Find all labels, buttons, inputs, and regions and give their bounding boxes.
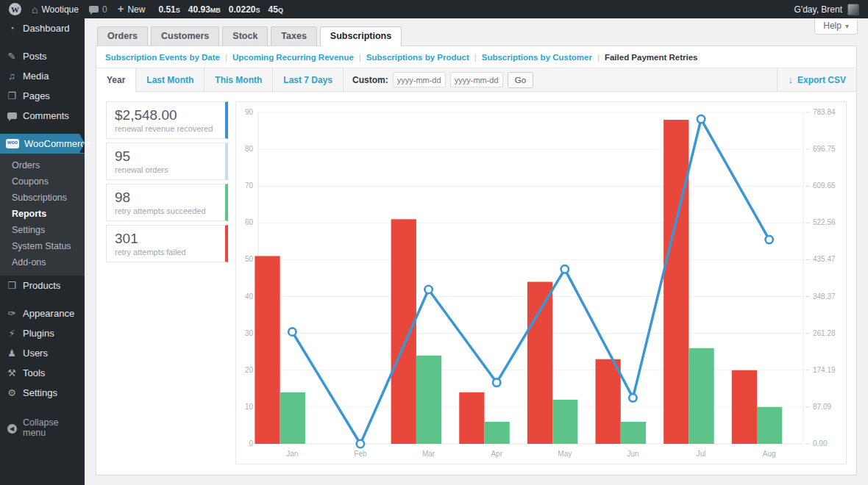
sidebar-item-plugins[interactable]: Plugins [0, 323, 85, 343]
link-subscription-events-by-date[interactable]: Subscription Events by Date [105, 53, 220, 62]
tab-orders[interactable]: Orders [97, 26, 148, 46]
submenu-item-settings[interactable]: Settings [0, 222, 85, 238]
admin-bar: W Wootique 0 New 0.51s 40.93MB 0.0220s 4… [0, 0, 868, 18]
bar-failed-Jan[interactable] [255, 256, 280, 444]
submenu-item-orders[interactable]: Orders [0, 157, 85, 173]
report-card: Subscription Events by Date | Upcoming R… [96, 46, 857, 475]
revenue-point-Jul[interactable] [697, 115, 705, 123]
dashboard-icon [6, 23, 18, 34]
products-icon [6, 280, 18, 291]
link-failed-payment-retries[interactable]: Failed Payment Retries [605, 53, 698, 62]
date-from-input[interactable] [393, 72, 446, 87]
right-axis-tick-label: 435.47 [813, 255, 836, 263]
x-axis-label: Jul [697, 450, 706, 458]
bar-failed-Jun[interactable] [595, 359, 620, 444]
x-axis-label: Mar [422, 450, 435, 458]
collapse-icon [6, 422, 18, 434]
collapse-menu-button[interactable]: Collapse menu [0, 413, 85, 442]
report-tabs: Orders Customers Stock Taxes Subscriptio… [96, 26, 857, 46]
help-chevron-icon [845, 21, 849, 31]
x-axis-label: Jun [627, 450, 638, 458]
submenu-item-reports[interactable]: Reports [0, 206, 85, 222]
pages-icon [6, 90, 18, 101]
link-separator: | [359, 53, 361, 62]
sidebar-item-appearance[interactable]: Appearance [0, 303, 85, 323]
go-button[interactable]: Go [508, 72, 533, 88]
x-axis-label: Feb [354, 450, 367, 458]
wordpress-logo-icon[interactable]: W [9, 3, 21, 15]
right-axis-tick-label: 696.75 [813, 145, 836, 153]
bar-succeeded-Jul[interactable] [689, 348, 714, 444]
revenue-point-Jan[interactable] [288, 328, 296, 335]
site-name-menu[interactable]: Wootique [32, 4, 79, 15]
bar-failed-Jul[interactable] [664, 120, 689, 444]
sidebar-item-tools[interactable]: Tools [0, 363, 85, 383]
range-last-7-days[interactable]: Last 7 Days [273, 68, 344, 91]
tab-customers[interactable]: Customers [151, 26, 219, 46]
revenue-point-Apr[interactable] [493, 378, 500, 386]
sidebar-item-users[interactable]: Users [0, 343, 85, 363]
bar-succeeded-Aug[interactable] [757, 407, 782, 444]
sidebar-item-products[interactable]: Products [0, 276, 85, 295]
sidebar-item-settings[interactable]: Settings [0, 383, 85, 403]
bar-succeeded-Jan[interactable] [280, 392, 305, 444]
left-axis-tick-label: 50 [245, 255, 254, 263]
submenu-item-system-status[interactable]: System Status [0, 238, 85, 254]
summary-column: $2,548.00 renewal revenue recovered 95 r… [106, 101, 228, 464]
sidebar-item-woocommerce[interactable]: WooCommerce [0, 134, 85, 154]
revenue-point-Jun[interactable] [629, 394, 636, 401]
bar-failed-Mar[interactable] [391, 219, 416, 444]
range-this-month[interactable]: This Month [204, 68, 273, 91]
sidebar-item-media[interactable]: Media [0, 66, 85, 86]
range-year[interactable]: Year [96, 68, 136, 92]
sidebar-item-label: Tools [23, 367, 45, 378]
report-subnav: Subscription Events by Date | Upcoming R… [96, 46, 856, 68]
sidebar-item-comments[interactable]: Comments [0, 106, 85, 126]
date-to-input[interactable] [450, 72, 503, 87]
stat-retry-attempts-succeeded[interactable]: 98 retry attempts succeeded [106, 184, 228, 221]
left-axis-tick-label: 70 [245, 182, 254, 190]
bar-succeeded-Mar[interactable] [416, 356, 441, 444]
sidebar-item-posts[interactable]: Posts [0, 46, 85, 66]
sidebar-item-pages[interactable]: Pages [0, 86, 85, 106]
right-axis-tick-label: 783.84 [813, 108, 836, 116]
performance-stats: 0.51s 40.93MB 0.0220s 45Q [158, 4, 283, 15]
bar-succeeded-Jun[interactable] [621, 422, 646, 444]
new-menu[interactable]: New [118, 4, 146, 15]
revenue-point-May[interactable] [561, 265, 569, 273]
stat-renewal-revenue-recovered[interactable]: $2,548.00 renewal revenue recovered [106, 101, 228, 139]
link-upcoming-recurring-revenue[interactable]: Upcoming Recurring Revenue [232, 53, 354, 62]
revenue-point-Mar[interactable] [424, 286, 432, 293]
stat-renewal-orders[interactable]: 95 renewal orders [106, 143, 228, 180]
account-menu[interactable]: G'day, Brent [794, 4, 859, 15]
right-axis-tick-label: 87.09 [813, 403, 831, 411]
help-button[interactable]: Help [814, 18, 858, 35]
revenue-point-Feb[interactable] [357, 440, 364, 448]
bar-failed-Aug[interactable] [732, 370, 757, 444]
stat-retry-attempts-failed[interactable]: 301 retry attempts failed [106, 225, 228, 262]
woocommerce-submenu: Orders Coupons Subscriptions Reports Set… [0, 154, 85, 276]
sidebar-item-label: Pages [23, 90, 50, 101]
submenu-item-coupons[interactable]: Coupons [0, 173, 85, 190]
right-axis-tick-label: 0.00 [813, 439, 828, 448]
tab-stock[interactable]: Stock [222, 26, 268, 46]
custom-range-label: Custom: [352, 75, 388, 85]
bar-failed-Apr[interactable] [459, 392, 484, 444]
tab-subscriptions[interactable]: Subscriptions [320, 26, 402, 46]
tab-taxes[interactable]: Taxes [271, 26, 317, 46]
sidebar-item-dashboard[interactable]: Dashboard [0, 18, 85, 38]
posts-icon [6, 51, 18, 62]
plugins-icon [6, 328, 18, 339]
bar-succeeded-Apr[interactable] [485, 422, 510, 444]
submenu-item-addons[interactable]: Add-ons [0, 254, 85, 270]
submenu-item-subscriptions[interactable]: Subscriptions [0, 190, 85, 206]
chart-svg: 00.001087.0920174.1930261.2840348.375043… [236, 102, 846, 464]
link-subscriptions-by-customer[interactable]: Subscriptions by Customer [482, 53, 592, 62]
range-last-month[interactable]: Last Month [136, 68, 204, 91]
bar-succeeded-May[interactable] [552, 400, 577, 444]
comments-shortcut[interactable]: 0 [89, 4, 107, 15]
revenue-point-Aug[interactable] [765, 236, 772, 243]
export-csv-button[interactable]: Export CSV [777, 68, 856, 91]
link-subscriptions-by-product[interactable]: Subscriptions by Product [366, 53, 469, 62]
bar-failed-May[interactable] [527, 282, 552, 444]
